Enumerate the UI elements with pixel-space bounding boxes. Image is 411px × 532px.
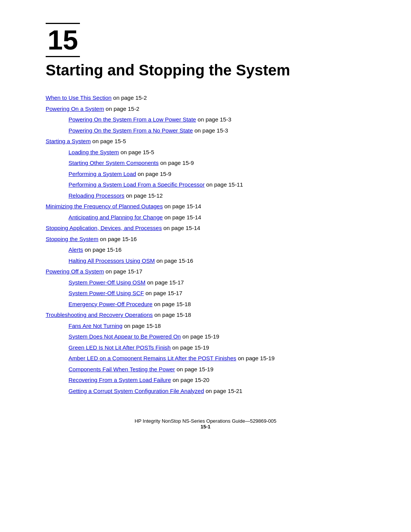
chapter-title: Starting and Stopping the System (46, 62, 290, 78)
toc-link[interactable]: Reloading Processors (68, 192, 124, 199)
toc-item: Starting Other System Components on page… (46, 159, 365, 168)
toc-item: Stopping Application, Devices, and Proce… (46, 224, 365, 233)
page-ref: on page 15-18 (153, 312, 191, 318)
page-ref: on page 15-9 (136, 171, 172, 177)
toc-link[interactable]: Anticipating and Planning for Change (68, 214, 163, 220)
page-ref: on page 15-11 (205, 181, 243, 188)
toc-item: Halting All Processors Using OSM on page… (46, 257, 365, 265)
toc-item: Troubleshooting and Recovery Operations … (46, 311, 365, 320)
toc-link[interactable]: Powering On the System From a Low Power … (68, 116, 196, 123)
toc-item: Powering On a System on page 15-2 (46, 105, 365, 113)
toc-item: System Does Not Appear to Be Powered On … (46, 332, 365, 341)
page-ref: on page 15-3 (193, 127, 228, 134)
toc-item: Performing a System Load on page 15-9 (46, 170, 365, 179)
toc-item: Powering Off a System on page 15-17 (46, 267, 365, 276)
page-ref: on page 15-12 (124, 192, 163, 199)
toc-link[interactable]: Stopping the System (46, 236, 98, 242)
toc-link[interactable]: Green LED Is Not Lit After POSTs Finish (68, 344, 170, 351)
page-ref: on page 15-19 (175, 366, 213, 372)
toc-item: Performing a System Load From a Specific… (46, 181, 365, 189)
page-ref: on page 15-14 (163, 214, 201, 220)
page-ref: on page 15-21 (204, 388, 242, 394)
page-ref: on page 15-14 (163, 203, 201, 209)
toc-item: Components Fail When Testing the Power o… (46, 365, 365, 374)
toc-link[interactable]: Stopping Application, Devices, and Proce… (46, 225, 162, 231)
toc-item: Green LED Is Not Lit After POSTs Finish … (46, 343, 365, 352)
toc-list: When to Use This Section on page 15-2Pow… (46, 94, 365, 395)
toc-link[interactable]: Amber LED on a Component Remains Lit Aft… (68, 355, 236, 361)
toc-link[interactable]: Performing a System Load (68, 171, 136, 177)
toc-item: System Power-Off Using SCF on page 15-17 (46, 289, 365, 298)
toc-item: Emergency Power-Off Procedure on page 15… (46, 300, 365, 309)
toc-item: Powering On the System From a No Power S… (46, 126, 365, 135)
toc-link[interactable]: System Power-Off Using OSM (68, 279, 145, 286)
toc-item: Starting a System on page 15-5 (46, 137, 365, 146)
page-ref: on page 15-17 (145, 279, 184, 286)
toc-link[interactable]: Loading the System (68, 149, 119, 155)
chapter-header: 15 Starting and Stopping the System (46, 23, 365, 90)
toc-link[interactable]: Powering On a System (46, 105, 104, 112)
page-ref: on page 15-16 (83, 246, 121, 253)
toc-item: Powering On the System From a Low Power … (46, 115, 365, 124)
toc-item: Getting a Corrupt System Configuration F… (46, 387, 365, 396)
toc-link[interactable]: When to Use This Section (46, 94, 112, 101)
toc-item: Alerts on page 15-16 (46, 246, 365, 254)
page-ref: on page 15-5 (119, 149, 155, 155)
toc-link[interactable]: Recovering From a System Load Failure (68, 377, 171, 383)
toc-link[interactable]: Starting Other System Components (68, 160, 159, 166)
toc-item: Fans Are Not Turning on page 15-18 (46, 322, 365, 331)
toc-link[interactable]: System Does Not Appear to Be Powered On (68, 333, 181, 340)
page-ref: on page 15-18 (153, 301, 191, 307)
toc-link[interactable]: Powering Off a System (46, 268, 104, 275)
page-ref: on page 15-19 (236, 355, 275, 361)
toc-link[interactable]: Troubleshooting and Recovery Operations (46, 312, 153, 318)
toc-item: Reloading Processors on page 15-12 (46, 192, 365, 200)
page-ref: on page 15-3 (196, 116, 231, 123)
toc-link[interactable]: System Power-Off Using SCF (68, 290, 144, 296)
chapter-number-box: 15 (46, 23, 80, 57)
page-ref: on page 15-14 (162, 225, 200, 231)
page-ref: on page 15-2 (112, 94, 147, 101)
toc-link[interactable]: Starting a System (46, 138, 91, 144)
toc-item: Minimizing the Frequency of Planned Outa… (46, 202, 365, 211)
page-ref: on page 15-17 (104, 268, 142, 275)
toc-link[interactable]: Performing a System Load From a Specific… (68, 181, 205, 188)
footer-line1: HP Integrity NonStop NS-Series Operation… (46, 418, 365, 424)
toc-item: Anticipating and Planning for Change on … (46, 213, 365, 222)
page-ref: on page 15-18 (123, 323, 161, 329)
toc-link[interactable]: Alerts (68, 246, 83, 253)
toc-link[interactable]: Minimizing the Frequency of Planned Outa… (46, 203, 163, 209)
page-ref: on page 15-17 (144, 290, 182, 296)
toc-item: Amber LED on a Component Remains Lit Aft… (46, 354, 365, 363)
page-ref: on page 15-20 (171, 377, 209, 383)
toc-link[interactable]: Getting a Corrupt System Configuration F… (68, 388, 204, 394)
page-ref: on page 15-19 (181, 333, 219, 340)
toc-item: Recovering From a System Load Failure on… (46, 376, 365, 385)
footer-line2: 15-1 (46, 424, 365, 430)
page-ref: on page 15-16 (98, 236, 137, 242)
toc-link[interactable]: Powering On the System From a No Power S… (68, 127, 193, 134)
page-ref: on page 15-16 (155, 257, 193, 264)
toc-link[interactable]: Emergency Power-Off Procedure (68, 301, 153, 307)
page-ref: on page 15-9 (159, 160, 194, 166)
toc-link[interactable]: Components Fail When Testing the Power (68, 366, 175, 372)
toc-link[interactable]: Halting All Processors Using OSM (68, 257, 155, 264)
chapter-number: 15 (46, 25, 80, 55)
toc-item: System Power-Off Using OSM on page 15-17 (46, 278, 365, 287)
page-ref: on page 15-5 (91, 138, 126, 144)
footer: HP Integrity NonStop NS-Series Operation… (46, 418, 365, 430)
toc-item: When to Use This Section on page 15-2 (46, 94, 365, 102)
toc-link[interactable]: Fans Are Not Turning (68, 323, 123, 329)
page-ref: on page 15-19 (170, 344, 209, 351)
toc-item: Loading the System on page 15-5 (46, 148, 365, 157)
page-ref: on page 15-2 (104, 105, 139, 112)
toc-item: Stopping the System on page 15-16 (46, 235, 365, 244)
